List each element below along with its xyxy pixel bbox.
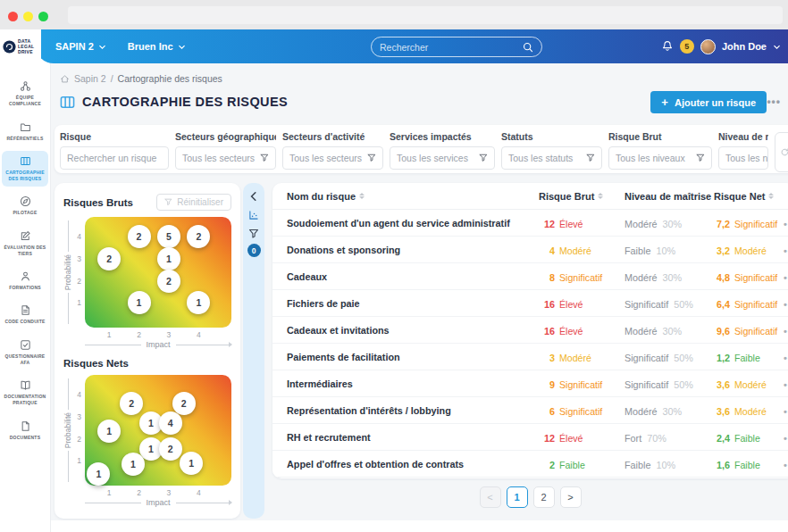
- filter-select[interactable]: Tous les services: [390, 146, 495, 170]
- row-menu-dots[interactable]: [784, 433, 788, 444]
- nav-sapin2-dropdown[interactable]: SAPIN 2: [55, 41, 106, 52]
- page-menu-dots[interactable]: [767, 96, 781, 108]
- risk-name: RH et recrutement: [287, 432, 539, 443]
- maitrise-cell: Modéré30%: [625, 269, 714, 285]
- risk-bubble[interactable]: 1: [187, 291, 210, 314]
- risk-bubble[interactable]: 5: [157, 225, 180, 248]
- notification-badge[interactable]: 5: [680, 39, 694, 54]
- filter-select[interactable]: Tous les niveaux: [608, 146, 712, 170]
- sidebar-item-evaluation-des-tiers[interactable]: Évaluation des tiers: [2, 226, 48, 262]
- risk-bubble[interactable]: 1: [97, 420, 121, 443]
- filter-6: Risque BrutTous les niveaux: [608, 131, 712, 170]
- risk-bubble[interactable]: 1: [128, 291, 151, 314]
- table-row[interactable]: Intermédiaires9SignificatifSignificatif5…: [272, 370, 788, 397]
- filter-select[interactable]: Tous les niveaux: [718, 146, 768, 170]
- chevron-down-icon[interactable]: [773, 44, 781, 50]
- title-row: CARTOGRAPHIE DES RISQUES Ajouter un risq…: [60, 90, 779, 113]
- risk-brut-cell: 16Élevé: [539, 322, 625, 338]
- table-row[interactable]: Appel d'offres et obtention de contrats2…: [272, 451, 788, 478]
- filter-select[interactable]: Tous les statuts: [501, 146, 602, 170]
- table-row[interactable]: Paiements de facilitation3ModéréSignific…: [272, 344, 788, 370]
- table-row[interactable]: Fichiers de paie16ÉlevéSignificatif50%6,…: [272, 290, 788, 317]
- sidebar-item-documents[interactable]: Documents: [2, 416, 48, 445]
- traffic-light-minimize[interactable]: [23, 12, 33, 21]
- table-row[interactable]: Représentation d'intérêts / lobbying6Sig…: [272, 397, 788, 424]
- risk-bubble[interactable]: 4: [159, 411, 182, 435]
- table-row[interactable]: Donations et sponsoring4ModéréFaible10%3…: [272, 237, 788, 263]
- pagination-next[interactable]: >: [560, 486, 582, 508]
- filter-select[interactable]: Tous les secteurs: [282, 146, 383, 170]
- column-header-brut[interactable]: Risque Brut: [539, 191, 625, 202]
- row-menu-dots[interactable]: [784, 299, 788, 310]
- table-row[interactable]: Cadeaux8SignificatifModéré30%4,8Signific…: [272, 263, 788, 290]
- risk-bubble[interactable]: 2: [159, 437, 182, 461]
- table-row[interactable]: Cadeaux et invitations16ÉlevéModéré30%9,…: [272, 317, 788, 344]
- risk-name: Donations et sponsoring: [287, 245, 539, 255]
- reset-filters-button[interactable]: Réinitialiser: [156, 194, 231, 211]
- y-axis-label: Probabilité: [63, 412, 72, 448]
- filter-count-badge: 0: [247, 244, 261, 257]
- risk-bubble[interactable]: 2: [97, 247, 121, 270]
- pagination-page-2[interactable]: 2: [533, 486, 555, 508]
- row-menu-dots[interactable]: [784, 219, 788, 229]
- bell-icon[interactable]: [661, 40, 674, 53]
- risk-bubble[interactable]: 2: [187, 225, 210, 248]
- row-menu-dots[interactable]: [784, 406, 788, 417]
- home-icon[interactable]: [60, 74, 70, 84]
- user-menu[interactable]: John Doe: [722, 41, 767, 52]
- table-row[interactable]: Soudoiement d'un agent du service admini…: [272, 210, 788, 237]
- column-header-mait[interactable]: Niveau de maîtrise: [625, 191, 714, 202]
- row-menu-dots[interactable]: [784, 272, 788, 283]
- sidebar: Équipe ComplianceRéférentielsCartographi…: [0, 63, 51, 532]
- table-row[interactable]: RH et recrutement12ÉlevéFort70%2,4Faible: [272, 424, 788, 451]
- risk-bubble[interactable]: 1: [87, 462, 110, 486]
- risk-bubble[interactable]: 1: [122, 453, 145, 476]
- filter-funnel-icon[interactable]: [248, 229, 259, 239]
- sidebar-item-pilotage[interactable]: Pilotage: [2, 191, 48, 220]
- sidebar-item-cartographie-des-risques[interactable]: Cartographie des risques: [2, 151, 48, 187]
- row-menu-dots[interactable]: [784, 379, 788, 390]
- address-bar[interactable]: [68, 6, 783, 24]
- column-header-name[interactable]: Nom du risque: [287, 191, 539, 202]
- risk-search-input[interactable]: [67, 153, 162, 163]
- sidebar-item-questionnaire-afa[interactable]: Questionnaire AFA: [2, 335, 48, 371]
- risk-bubble[interactable]: 2: [157, 270, 180, 293]
- sidebar-item-equipe-compliance[interactable]: Équipe Compliance: [2, 76, 48, 112]
- risk-brut-cell: 8Significatif: [539, 269, 625, 285]
- sidebar-item-label: Formations: [9, 285, 41, 291]
- sidebar-item-referentiels[interactable]: Référentiels: [2, 117, 48, 146]
- refresh-filters-button[interactable]: [775, 132, 788, 172]
- sidebar-item-formations[interactable]: Formations: [2, 266, 48, 295]
- header-right-cluster: 5 John Doe: [661, 29, 781, 63]
- row-menu-dots[interactable]: [784, 353, 788, 363]
- risk-bubble[interactable]: 1: [157, 247, 180, 270]
- risk-name: Cadeaux: [287, 271, 539, 282]
- collapse-panel-icon[interactable]: [248, 191, 259, 202]
- risk-bubble[interactable]: 2: [128, 225, 151, 248]
- risk-brut-cell: 3Modéré: [539, 349, 625, 365]
- filter-select[interactable]: Tous les secteurs: [175, 146, 276, 170]
- row-menu-dots[interactable]: [784, 326, 788, 337]
- row-menu-dots[interactable]: [784, 245, 788, 256]
- row-menu-dots[interactable]: [784, 460, 788, 470]
- scatter-chart-icon[interactable]: [248, 210, 259, 220]
- search-icon[interactable]: [523, 42, 533, 53]
- chevron-down-icon: [178, 44, 186, 50]
- avatar[interactable]: [700, 39, 716, 54]
- add-risk-button[interactable]: Ajouter un risque: [650, 91, 767, 113]
- search-input[interactable]: [380, 42, 523, 53]
- sidebar-item-code-conduite[interactable]: Code conduite: [2, 300, 48, 329]
- traffic-light-close[interactable]: [8, 12, 18, 21]
- app-logo[interactable]: DATALEGALDRIVE: [0, 29, 41, 63]
- column-header-net[interactable]: Risque Net: [714, 191, 784, 202]
- risk-bubble[interactable]: 2: [172, 392, 196, 415]
- sidebar-item-documentation-pratique[interactable]: Documentation pratique: [2, 375, 48, 411]
- risk-bubble[interactable]: 2: [120, 392, 143, 415]
- breadcrumb-item[interactable]: Sapin 2: [74, 73, 106, 84]
- pagination-page-1[interactable]: 1: [507, 486, 528, 508]
- traffic-light-zoom[interactable]: [38, 12, 48, 21]
- pagination-prev[interactable]: <: [480, 486, 501, 508]
- breadcrumb: Sapin 2 / Cartographie des risques: [60, 73, 222, 84]
- risk-bubble[interactable]: 1: [180, 452, 203, 475]
- nav-organization-dropdown[interactable]: Bruen Inc: [128, 41, 186, 52]
